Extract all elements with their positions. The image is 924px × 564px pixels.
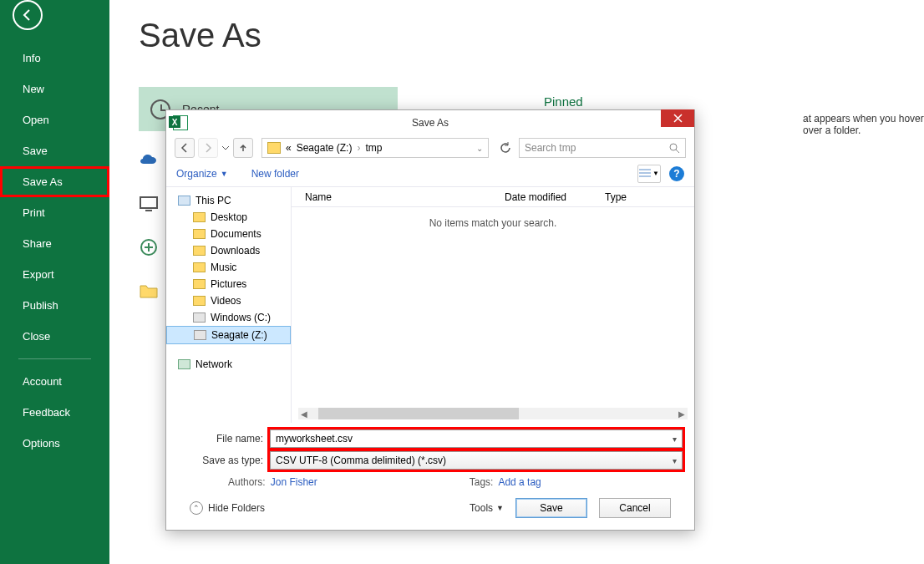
excel-icon (173, 115, 188, 130)
dialog-body: This PC Desktop Documents Downloads Musi… (166, 187, 694, 423)
column-type[interactable]: Type (605, 191, 694, 203)
sidebar-item-save-as[interactable]: Save As (0, 166, 109, 197)
sidebar-item-options[interactable]: Options (0, 428, 109, 459)
folder-tree: This PC Desktop Documents Downloads Musi… (166, 187, 292, 423)
file-list: Name Date modified Type No items match y… (292, 187, 694, 423)
this-pc-icon[interactable] (139, 194, 159, 214)
network-icon (178, 359, 190, 369)
tree-desktop[interactable]: Desktop (166, 209, 291, 226)
svg-rect-1 (145, 210, 152, 211)
sidebar-item-publish[interactable]: Publish (0, 290, 109, 321)
tree-windows-c[interactable]: Windows (C:) (166, 309, 291, 326)
nav-up-button[interactable] (233, 138, 253, 158)
dialog-titlebar[interactable]: Save As (166, 110, 694, 135)
sidebar-item-info[interactable]: Info (0, 43, 109, 74)
scroll-left-icon[interactable]: ◀ (298, 408, 310, 419)
tags-label: Tags: (470, 476, 494, 488)
breadcrumb-folder[interactable]: tmp (365, 142, 382, 154)
column-headers: Name Date modified Type (292, 187, 694, 207)
sidebar-divider (18, 358, 91, 359)
new-folder-button[interactable]: New folder (251, 168, 299, 180)
tree-music[interactable]: Music (166, 259, 291, 276)
dialog-title: Save As (412, 117, 449, 129)
close-button[interactable] (661, 109, 694, 127)
empty-message: No items match your search. (429, 217, 557, 229)
close-icon (673, 114, 683, 123)
cancel-button[interactable]: Cancel (599, 498, 671, 518)
search-icon (669, 143, 680, 154)
arrow-left-icon (21, 8, 34, 22)
nav-forward-button[interactable] (198, 138, 218, 158)
sidebar-item-feedback[interactable]: Feedback (0, 397, 109, 428)
dialog-nav: « Seagate (Z:) › tmp ⌄ Search tmp (166, 135, 694, 160)
dialog-footer: File name: myworksheet.csv Save as type:… (166, 423, 694, 530)
drive-icon (194, 330, 206, 340)
horizontal-scrollbar[interactable]: ◀ ▶ (298, 408, 688, 419)
page-title: Save As (139, 17, 924, 54)
file-menu-sidebar: Info New Open Save Save As Print Share E… (0, 0, 109, 564)
folder-icon (193, 229, 206, 239)
breadcrumb-root: « (286, 142, 292, 154)
tools-menu[interactable]: Tools▼ (470, 502, 504, 514)
save-button[interactable]: Save (515, 498, 587, 518)
breadcrumb-drive[interactable]: Seagate (Z:) (297, 142, 353, 154)
chevron-down-icon[interactable]: ⌄ (476, 144, 483, 153)
address-bar[interactable]: « Seagate (Z:) › tmp ⌄ (261, 138, 489, 158)
location-icons (139, 150, 159, 301)
sidebar-item-print[interactable]: Print (0, 197, 109, 228)
chevron-up-icon: ⌃ (190, 501, 203, 515)
folder-icon (193, 212, 206, 222)
saveastype-label: Save as type: (178, 455, 270, 466)
chevron-down-icon[interactable] (221, 144, 230, 152)
hide-folders-toggle[interactable]: ⌃ Hide Folders (190, 501, 265, 515)
help-button[interactable]: ? (669, 166, 684, 181)
folder-icon (267, 142, 281, 154)
tree-seagate-z[interactable]: Seagate (Z:) (166, 326, 291, 344)
folder-icon (193, 296, 206, 306)
tree-videos[interactable]: Videos (166, 292, 291, 309)
onedrive-icon[interactable] (139, 150, 159, 170)
organize-menu[interactable]: Organize▼ (176, 168, 228, 180)
folder-icon (193, 246, 206, 256)
saveastype-select[interactable]: CSV UTF-8 (Comma delimited) (*.csv) (270, 451, 683, 470)
authors-value[interactable]: Jon Fisher (271, 476, 317, 488)
nav-back-button[interactable] (175, 138, 195, 158)
tree-downloads[interactable]: Downloads (166, 242, 291, 259)
refresh-button[interactable] (495, 138, 515, 158)
scroll-thumb[interactable] (318, 408, 519, 419)
sidebar-item-close[interactable]: Close (0, 321, 109, 352)
back-button[interactable] (13, 0, 43, 30)
sidebar-item-share[interactable]: Share (0, 228, 109, 259)
folder-icon (193, 262, 206, 272)
column-name[interactable]: Name (292, 191, 505, 203)
dialog-toolbar: Organize▼ New folder ▼ ? (166, 160, 694, 187)
folder-icon (193, 279, 206, 289)
tree-this-pc[interactable]: This PC (166, 192, 291, 209)
sidebar-item-save[interactable]: Save (0, 135, 109, 166)
sidebar-item-account[interactable]: Account (0, 366, 109, 397)
tree-documents[interactable]: Documents (166, 226, 291, 242)
pinned-heading: Pinned (544, 94, 583, 109)
filename-input[interactable]: myworksheet.csv (270, 429, 683, 448)
svg-rect-0 (140, 197, 157, 208)
add-place-icon[interactable] (139, 237, 159, 257)
tree-network[interactable]: Network (166, 356, 291, 373)
tree-pictures[interactable]: Pictures (166, 276, 291, 292)
column-date[interactable]: Date modified (505, 191, 605, 203)
hover-hint: at appears when you hover over a folder. (803, 113, 924, 136)
sidebar-item-export[interactable]: Export (0, 259, 109, 290)
filename-label: File name: (178, 433, 270, 445)
sidebar-item-open[interactable]: Open (0, 104, 109, 135)
search-placeholder: Search tmp (525, 142, 576, 154)
pc-icon (178, 196, 190, 206)
svg-point-3 (670, 144, 677, 150)
save-as-dialog: Save As « Seagate (Z:) › tmp ⌄ Search tm… (165, 109, 695, 531)
browse-icon[interactable] (139, 281, 159, 301)
search-input[interactable]: Search tmp (519, 138, 686, 158)
drive-icon (193, 312, 206, 323)
chevron-right-icon: › (357, 142, 360, 154)
tags-value[interactable]: Add a tag (498, 476, 541, 488)
scroll-right-icon[interactable]: ▶ (676, 408, 688, 419)
sidebar-item-new[interactable]: New (0, 74, 109, 104)
view-options-button[interactable]: ▼ (637, 165, 661, 183)
